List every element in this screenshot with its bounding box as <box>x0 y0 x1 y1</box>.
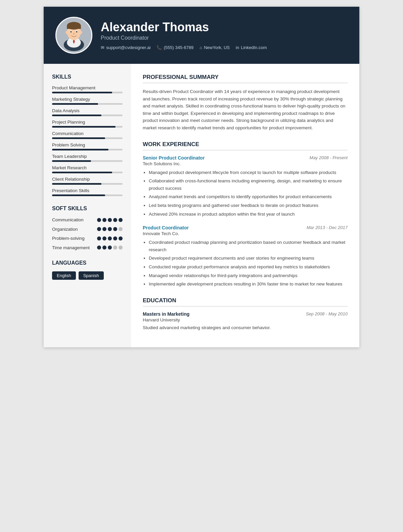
soft-skill-item: Communication <box>52 217 123 223</box>
soft-skill-name: Problem-solving <box>52 235 97 241</box>
language-badges: EnglishSpanish <box>52 271 123 280</box>
avatar <box>55 17 92 54</box>
edu-date: Sep 2008 - May 2010 <box>306 311 348 316</box>
dot <box>108 246 112 250</box>
dot <box>113 227 117 231</box>
skill-item: Problem Solving <box>52 142 123 150</box>
skill-bar <box>52 172 123 173</box>
resume-body: SKILLS Product Management Marketing Stra… <box>44 64 359 347</box>
skill-item: Communication <box>52 131 123 139</box>
skills-list: Product Management Marketing Strategy Da… <box>52 85 123 196</box>
languages-section-title: LANGUAGES <box>52 260 123 266</box>
skill-bar <box>52 194 123 196</box>
phone-icon: 📞 <box>156 45 162 50</box>
skill-bar <box>52 149 123 150</box>
dot <box>102 227 106 231</box>
skill-bar <box>52 115 123 116</box>
email-value: support@cvdesigner.ai <box>106 45 150 50</box>
skill-item: Market Research <box>52 165 123 173</box>
skill-name: Problem Solving <box>52 142 123 147</box>
job-bullets: Coordinated product roadmap planning and… <box>143 239 348 288</box>
skill-name: Marketing Strategy <box>52 97 123 102</box>
education-title: EDUCATION <box>143 297 348 307</box>
skill-bar-fill <box>52 115 101 116</box>
resume-header: Alexander Thomas Product Coordinator ✉ s… <box>44 7 359 64</box>
contact-phone: 📞 (555) 345-6789 <box>156 45 193 50</box>
svg-point-9 <box>71 31 72 33</box>
svg-point-13 <box>80 31 82 34</box>
dot <box>113 236 117 240</box>
header-contacts: ✉ support@cvdesigner.ai 📞 (555) 345-6789… <box>101 45 348 50</box>
job-header: Product Coordinator Mar 2013 - Dec 2017 <box>143 225 348 230</box>
job-title: Senior Product Coordinator <box>143 155 205 161</box>
soft-skills-list: Communication Organization Problem-solvi… <box>52 217 123 251</box>
header-name: Alexander Thomas <box>101 20 348 34</box>
job-bullet: Developed product requirement documents … <box>149 255 348 262</box>
contact-linkedin: in LinkedIn.com <box>236 45 267 50</box>
summary-text: Results-driven Product Coordinator with … <box>143 88 348 132</box>
svg-point-11 <box>73 33 75 35</box>
soft-skill-item: Problem-solving <box>52 235 123 241</box>
skill-item: Marketing Strategy <box>52 97 123 105</box>
soft-skill-item: Organization <box>52 226 123 232</box>
summary-title: PROFESSIONAL SUMMARY <box>143 74 348 83</box>
skill-name: Team Leadership <box>52 154 123 159</box>
job-company: Innovate Tech Co. <box>143 231 348 236</box>
skill-bar <box>52 92 123 93</box>
dots <box>97 246 123 250</box>
skill-bar-fill <box>52 149 108 150</box>
email-icon: ✉ <box>101 45 104 50</box>
job-company: Tech Solutions Inc. <box>143 161 348 166</box>
skill-item: Data Analysis <box>52 108 123 116</box>
soft-skill-item: Time management <box>52 245 123 251</box>
job-bullet: Analyzed market trends and competitors t… <box>149 193 348 201</box>
skill-name: Data Analysis <box>52 108 123 113</box>
sidebar: SKILLS Product Management Marketing Stra… <box>44 64 131 347</box>
phone-value: (555) 345-6789 <box>164 45 193 50</box>
job-block: Product Coordinator Mar 2013 - Dec 2017 … <box>143 225 348 288</box>
skill-name: Market Research <box>52 165 123 170</box>
linkedin-value: LinkedIn.com <box>241 45 267 50</box>
skill-name: Product Management <box>52 85 123 90</box>
job-bullet: Implemented agile development practices … <box>149 280 348 288</box>
contact-location: ⌂ NewYork, US <box>199 45 230 50</box>
job-bullet: Led beta testing programs and gathered u… <box>149 202 348 209</box>
dots <box>97 218 123 222</box>
resume-container: Alexander Thomas Product Coordinator ✉ s… <box>44 7 359 347</box>
skill-bar <box>52 160 123 162</box>
edu-school: Harvard University <box>143 317 348 322</box>
job-bullet: Achieved 20% increase in product adoptio… <box>149 211 348 218</box>
skill-bar <box>52 126 123 128</box>
job-bullet: Coordinated product roadmap planning and… <box>149 239 348 253</box>
dot <box>97 246 101 250</box>
dot <box>102 236 106 240</box>
dot <box>97 236 101 240</box>
location-value: NewYork, US <box>204 45 230 50</box>
edu-degree: Masters in Marketing <box>143 311 189 317</box>
linkedin-icon: in <box>236 45 239 50</box>
dot <box>102 218 106 222</box>
job-title: Product Coordinator <box>143 225 189 230</box>
dot <box>108 236 112 240</box>
skill-name: Client Relationship <box>52 177 123 182</box>
dot <box>113 246 117 250</box>
job-bullet: Managed product development lifecycle fr… <box>149 169 348 176</box>
dots <box>97 227 123 231</box>
skill-bar-fill <box>52 183 101 185</box>
skill-bar <box>52 137 123 139</box>
job-block: Senior Product Coordinator May 2008 - Pr… <box>143 155 348 218</box>
skill-bar-fill <box>52 92 112 93</box>
dot <box>97 218 101 222</box>
dots <box>97 236 123 240</box>
skill-name: Project Planning <box>52 120 123 125</box>
skill-bar-fill <box>52 137 105 139</box>
main-content: PROFESSIONAL SUMMARY Results-driven Prod… <box>131 64 359 347</box>
job-date: May 2008 - Present <box>310 155 348 160</box>
dot <box>108 218 112 222</box>
edu-description: Studied advanced marketing strategies an… <box>143 324 348 331</box>
svg-point-10 <box>76 31 78 33</box>
svg-point-12 <box>65 31 68 34</box>
jobs-list: Senior Product Coordinator May 2008 - Pr… <box>143 155 348 288</box>
job-bullet: Managed vendor relationships for third-p… <box>149 272 348 279</box>
dot <box>97 227 101 231</box>
